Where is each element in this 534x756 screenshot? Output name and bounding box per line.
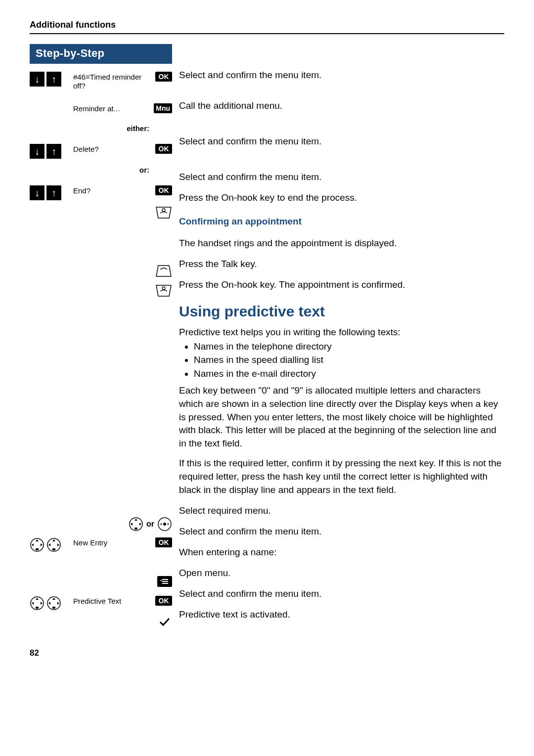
instruction-text: Select and confirm the menu item.	[179, 586, 504, 602]
paragraph: Each key between "0" and "9" is allocate…	[179, 384, 504, 450]
svg-point-0	[162, 209, 165, 212]
svg-marker-19	[57, 543, 59, 546]
menu-label: #46=Timed reminder off?	[73, 71, 149, 90]
instruction-text: Press the Talk key.	[179, 257, 504, 272]
list-item: Names in the telephone directory	[194, 340, 504, 354]
nav-key-icon	[30, 537, 44, 552]
instruction-text: Select and confirm the menu item.	[179, 134, 504, 150]
svg-rect-20	[52, 548, 55, 550]
nav-key-icon	[46, 596, 61, 611]
paragraph: If this is the required letter, confirm …	[179, 457, 504, 496]
right-column: Select and confirm the menu item. Call t…	[179, 44, 504, 635]
section-heading: Using predictive text	[179, 303, 504, 320]
instruction-text: Call the additional menu.	[179, 98, 504, 114]
ok-badge: OK	[155, 537, 172, 547]
arrow-up-icon: ↑	[46, 185, 61, 200]
menu-label: Reminder at...	[73, 102, 149, 113]
step-row: New Entry OK	[30, 536, 172, 552]
nav-key-icon	[30, 596, 44, 611]
arrow-down-icon: ↓	[30, 72, 44, 87]
svg-rect-31	[52, 607, 55, 609]
step-row: Predictive Text OK	[30, 595, 172, 611]
svg-marker-17	[52, 539, 55, 541]
nav-key-alt-icon	[157, 517, 172, 532]
mnu-badge: Mnu	[154, 103, 172, 113]
list-item: Names in the speed dialling list	[194, 354, 504, 367]
instruction-text: Press the On-hook key to end the process…	[179, 190, 504, 206]
step-row: ↓ ↑ #46=Timed reminder off? OK	[30, 71, 172, 90]
main-layout: Step-by-Step ↓ ↑ #46=Timed reminder off?…	[30, 44, 504, 635]
menu-label: Delete?	[73, 143, 149, 154]
sub-heading: Confirming an appointment	[179, 215, 504, 231]
nav-key-icon	[129, 517, 143, 532]
svg-marker-30	[57, 602, 59, 605]
or-label: or:	[30, 164, 172, 178]
svg-marker-14	[41, 543, 43, 546]
instruction-text: Select required menu.	[179, 503, 504, 519]
nav-key-icon	[46, 537, 61, 552]
instruction-text: Open menu.	[179, 566, 504, 581]
key-row	[30, 283, 172, 298]
svg-point-9	[161, 524, 162, 525]
svg-point-1	[162, 287, 165, 290]
svg-marker-13	[32, 543, 34, 546]
page-header: Additional functions	[30, 20, 504, 34]
ok-badge: OK	[155, 144, 172, 154]
step-row: Reminder at... Mnu	[30, 102, 172, 117]
or-text: or	[146, 520, 154, 529]
svg-rect-26	[36, 607, 39, 609]
ok-badge: OK	[155, 596, 172, 606]
svg-marker-28	[52, 598, 55, 600]
on-hook-key-icon	[155, 284, 172, 297]
step-row: ↓ ↑ Delete? OK	[30, 143, 172, 159]
svg-rect-15	[36, 548, 39, 550]
instruction-text: Press the On-hook key. The appointment i…	[179, 277, 504, 293]
svg-marker-29	[48, 602, 50, 605]
arrow-down-icon: ↓	[30, 185, 44, 200]
menu-label: End?	[73, 184, 149, 195]
arrow-up-icon: ↑	[46, 72, 61, 87]
key-row	[30, 616, 172, 630]
svg-marker-23	[36, 598, 39, 600]
arrow-down-icon: ↓	[30, 144, 44, 159]
page-number: 82	[30, 648, 504, 658]
svg-marker-5	[139, 523, 141, 526]
check-icon	[157, 617, 172, 627]
step-row: ↓ ↑ End? OK	[30, 184, 172, 200]
svg-marker-3	[134, 519, 137, 521]
key-row	[30, 264, 172, 278]
svg-marker-25	[41, 602, 43, 605]
ok-badge: OK	[155, 72, 172, 82]
svg-point-10	[168, 524, 169, 525]
svg-marker-21	[160, 579, 162, 581]
svg-marker-4	[131, 523, 133, 526]
key-row	[30, 205, 172, 220]
ok-badge: OK	[155, 185, 172, 195]
menu-label: New Entry	[73, 536, 149, 547]
svg-rect-6	[134, 528, 137, 530]
svg-marker-12	[36, 539, 39, 541]
on-hook-key-icon	[155, 206, 172, 219]
instruction-text: Select and confirm the menu item.	[179, 68, 504, 84]
paragraph: Predictive text helps you in writing the…	[179, 326, 504, 339]
instruction-text: When entering a name:	[179, 545, 504, 561]
left-column: Step-by-Step ↓ ↑ #46=Timed reminder off?…	[30, 44, 172, 635]
talk-key-icon	[155, 265, 172, 277]
arrow-up-icon: ↑	[46, 144, 61, 159]
key-row	[30, 575, 172, 590]
instruction-text: The handset rings and the appointment is…	[179, 236, 504, 252]
or-text: or:	[73, 164, 149, 175]
instruction-text: Select and confirm the menu item.	[179, 170, 504, 185]
menu-label: Predictive Text	[73, 595, 149, 606]
svg-marker-24	[32, 602, 34, 605]
list-item: Names in the e-mail directory	[194, 367, 504, 381]
step-by-step-header: Step-by-Step	[30, 44, 172, 64]
svg-marker-18	[48, 543, 50, 546]
instruction-text: Predictive text is activated.	[179, 607, 504, 623]
instruction-text: Select and confirm the menu item.	[179, 524, 504, 540]
bullet-list: Names in the telephone directory Names i…	[179, 340, 504, 381]
nav-row: or	[30, 517, 172, 532]
either-label: either:	[30, 122, 172, 137]
either-text: either:	[73, 122, 149, 133]
svg-point-8	[163, 523, 166, 526]
